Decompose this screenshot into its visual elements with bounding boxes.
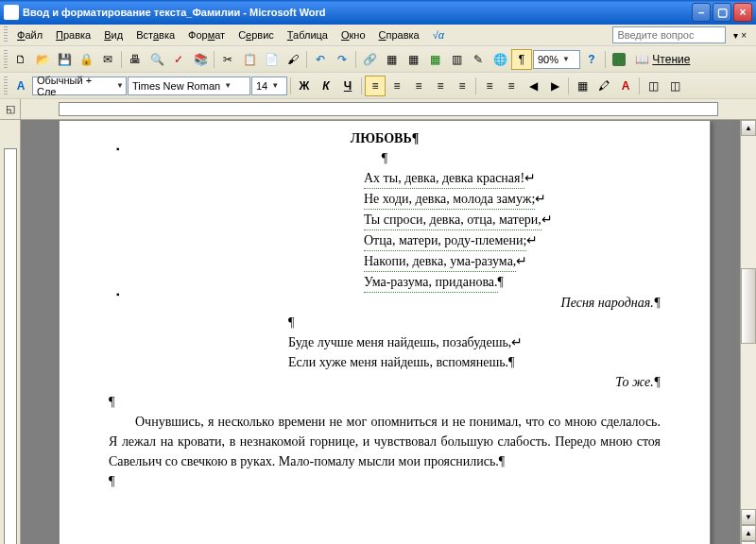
extra1-button[interactable]: ◫	[643, 76, 663, 96]
align-left-button[interactable]: ≡	[365, 76, 386, 96]
open-button[interactable]: 📂	[32, 49, 53, 70]
print-button[interactable]: 🖶	[125, 49, 146, 70]
mail-button[interactable]: ✉	[97, 49, 118, 70]
undo-button[interactable]: ↶	[310, 49, 331, 70]
hyperlink-button[interactable]: 🔗	[359, 49, 380, 70]
ruler-corner[interactable]: ◱	[0, 99, 21, 119]
copy-button[interactable]: 📋	[239, 49, 260, 70]
menu-table[interactable]: Таблица	[282, 27, 334, 42]
docmap-button[interactable]: 🌐	[490, 49, 510, 70]
extra2-button[interactable]: ◫	[664, 76, 685, 96]
menu-expand[interactable]: ▾ ×	[728, 28, 752, 42]
bold-button[interactable]: Ж	[294, 76, 315, 96]
cut-button[interactable]: ✂	[217, 49, 238, 70]
grip-icon[interactable]	[4, 26, 8, 43]
outdent-icon: ◀	[529, 79, 538, 93]
scroll-thumb[interactable]	[741, 268, 756, 344]
save-button[interactable]: 💾	[54, 49, 75, 70]
maximize-button[interactable]: ▢	[713, 3, 731, 22]
font-dropdown[interactable]: Times New Roman▼	[128, 76, 250, 95]
styles-button[interactable]: A	[10, 76, 31, 96]
align-justify-icon: ≡	[437, 79, 443, 93]
menu-window[interactable]: Окно	[335, 27, 371, 42]
columns-icon: ▥	[452, 53, 462, 66]
preview-icon: 🔍	[150, 53, 164, 66]
help-button[interactable]: ?	[581, 49, 602, 70]
zoom-dropdown[interactable]: 90%▼	[533, 50, 580, 69]
close-button[interactable]: ×	[733, 3, 752, 22]
spell-button[interactable]: ✓	[168, 49, 189, 70]
style-dropdown[interactable]: Обычный + Сле▼	[32, 76, 127, 95]
horizontal-ruler-row: ◱	[0, 99, 756, 120]
highlight-button[interactable]: 🖍	[593, 76, 614, 96]
minimize-button[interactable]: –	[692, 3, 711, 22]
align-justify-button[interactable]: ≡	[430, 76, 451, 96]
font-size-dropdown[interactable]: 14▼	[251, 76, 287, 95]
drawing-button[interactable]: ✎	[468, 49, 489, 70]
menu-edit[interactable]: Правка	[50, 27, 96, 42]
scroll-up-button[interactable]: ▲	[741, 120, 756, 136]
grip-icon[interactable]	[4, 50, 8, 69]
menu-tools[interactable]: Сервис	[232, 27, 280, 42]
read-button[interactable]: 📖 Чтение	[630, 49, 695, 70]
browse-prev-button[interactable]: ▲	[741, 525, 756, 541]
new-button[interactable]: 🗋	[10, 49, 31, 70]
menu-view[interactable]: Вид	[98, 27, 129, 42]
menu-insert[interactable]: Вставка	[130, 27, 180, 42]
underline-button[interactable]: Ч	[337, 76, 358, 96]
insert-table-button[interactable]: ▦	[403, 49, 423, 70]
increase-indent-button[interactable]: ▶	[544, 76, 565, 96]
menu-file[interactable]: Файл	[11, 27, 48, 42]
brush-icon: 🖌	[287, 53, 299, 66]
format-painter-button[interactable]: 🖌	[283, 49, 303, 70]
help-icon: ?	[588, 53, 594, 66]
numbered-list-button[interactable]: ≡	[479, 76, 500, 96]
separator	[290, 77, 291, 94]
table-icon: ▦	[408, 53, 419, 66]
open-icon: 📂	[36, 53, 50, 66]
excel-button[interactable]: ▦	[424, 49, 445, 70]
scroll-down-button[interactable]: ▼	[741, 509, 756, 525]
highlight-icon: 🖍	[598, 79, 610, 93]
attribution-1: Песня народная.¶	[109, 293, 661, 313]
empty-line: ¶	[288, 313, 661, 332]
menu-format[interactable]: Формат	[182, 27, 231, 42]
line-spacing-button[interactable]: ≡	[452, 76, 472, 96]
tables-icon: ▦	[387, 53, 397, 66]
preview-button[interactable]: 🔍	[146, 49, 167, 70]
permissions-button[interactable]: 🔒	[76, 49, 96, 70]
font-size-value: 14	[256, 80, 267, 92]
bullet-list-button[interactable]: ≡	[501, 76, 522, 96]
document-content[interactable]: ЛЮБОВЬ¶ ¶ Ах ты, девка, девка красная!↵ …	[109, 128, 661, 491]
grip-icon[interactable]	[4, 76, 8, 95]
scroll-track[interactable]	[741, 136, 756, 509]
paste-button[interactable]: 📄	[261, 49, 282, 70]
decrease-indent-button[interactable]: ◀	[523, 76, 543, 96]
font-color-button[interactable]: A	[615, 76, 636, 96]
shield-button[interactable]	[609, 49, 629, 70]
horizontal-ruler[interactable]	[21, 99, 756, 119]
vertical-ruler[interactable]	[0, 120, 21, 544]
app-icon	[4, 5, 19, 20]
align-right-button[interactable]: ≡	[408, 76, 429, 96]
research-button[interactable]: 📚	[190, 49, 211, 70]
research-icon: 📚	[194, 53, 208, 66]
page-viewport[interactable]: ▪ ▪ ЛЮБОВЬ¶ ¶ Ах ты, девка, девка красна…	[21, 120, 740, 544]
help-question-input[interactable]	[612, 26, 726, 43]
undo-icon: ↶	[316, 53, 325, 66]
separator	[475, 77, 476, 94]
italic-button[interactable]: К	[316, 76, 336, 96]
show-marks-button[interactable]: ¶	[511, 49, 532, 70]
menu-math[interactable]: √α	[427, 27, 450, 42]
tables-borders-button[interactable]: ▦	[381, 49, 402, 70]
new-icon: 🗋	[15, 53, 26, 66]
menu-help[interactable]: Справка	[373, 27, 425, 42]
borders-icon: ▦	[577, 79, 588, 93]
redo-button[interactable]: ↷	[332, 49, 352, 70]
align-center-button[interactable]: ≡	[387, 76, 407, 96]
draw-icon: ✎	[473, 53, 483, 66]
borders-button[interactable]: ▦	[572, 76, 593, 96]
columns-button[interactable]: ▥	[446, 49, 467, 70]
empty-line: ¶	[109, 148, 661, 168]
vertical-scrollbar[interactable]: ▲ ▼ ▲ ◯ ▼	[740, 120, 756, 544]
